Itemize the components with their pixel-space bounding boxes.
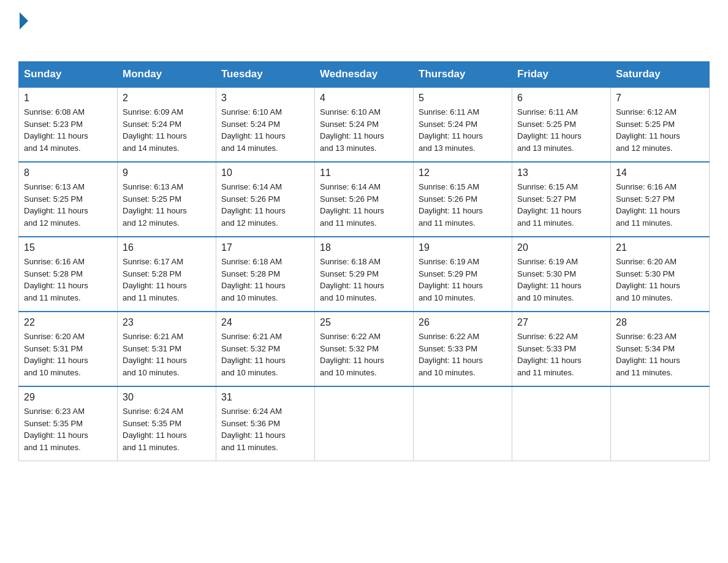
day-info: Sunrise: 6:18 AMSunset: 5:29 PMDaylight:… (320, 256, 408, 304)
day-info: Sunrise: 6:19 AMSunset: 5:29 PMDaylight:… (419, 256, 507, 304)
day-info: Sunrise: 6:12 AMSunset: 5:25 PMDaylight:… (616, 106, 704, 154)
day-cell-29: 29 Sunrise: 6:23 AMSunset: 5:35 PMDaylig… (19, 386, 118, 461)
day-cell-5: 5 Sunrise: 6:11 AMSunset: 5:24 PMDayligh… (414, 87, 512, 162)
day-info: Sunrise: 6:19 AMSunset: 5:30 PMDaylight:… (517, 256, 605, 304)
header-wednesday: Wednesday (315, 62, 414, 88)
day-info: Sunrise: 6:22 AMSunset: 5:32 PMDaylight:… (320, 331, 408, 378)
header-friday: Friday (512, 62, 611, 88)
day-number: 10 (221, 167, 309, 178)
day-number: 25 (320, 317, 408, 328)
day-number: 31 (221, 392, 309, 403)
day-cell-20: 20 Sunrise: 6:19 AMSunset: 5:30 PMDaylig… (512, 237, 611, 312)
day-info: Sunrise: 6:10 AMSunset: 5:24 PMDaylight:… (320, 106, 408, 154)
day-info: Sunrise: 6:24 AMSunset: 5:35 PMDaylight:… (123, 405, 211, 453)
day-info: Sunrise: 6:20 AMSunset: 5:31 PMDaylight:… (24, 331, 112, 378)
header-monday: Monday (118, 62, 216, 88)
day-info: Sunrise: 6:11 AMSunset: 5:25 PMDaylight:… (517, 106, 605, 154)
empty-cell (512, 386, 611, 461)
day-number: 4 (320, 93, 408, 104)
day-cell-22: 22 Sunrise: 6:20 AMSunset: 5:31 PMDaylig… (19, 312, 118, 386)
week-row-2: 8 Sunrise: 6:13 AMSunset: 5:25 PMDayligh… (19, 162, 710, 237)
day-info: Sunrise: 6:14 AMSunset: 5:26 PMDaylight:… (320, 181, 408, 229)
header-saturday: Saturday (611, 62, 710, 88)
day-info: Sunrise: 6:15 AMSunset: 5:26 PMDaylight:… (419, 181, 507, 229)
day-cell-13: 13 Sunrise: 6:15 AMSunset: 5:27 PMDaylig… (512, 162, 611, 237)
day-number: 24 (221, 317, 309, 328)
day-number: 5 (419, 93, 507, 104)
day-number: 14 (616, 167, 704, 178)
empty-cell (414, 386, 512, 461)
day-number: 29 (24, 392, 112, 403)
day-info: Sunrise: 6:08 AMSunset: 5:23 PMDaylight:… (24, 106, 112, 154)
empty-cell (315, 386, 414, 461)
day-cell-14: 14 Sunrise: 6:16 AMSunset: 5:27 PMDaylig… (611, 162, 710, 237)
day-number: 3 (221, 93, 309, 104)
day-cell-16: 16 Sunrise: 6:17 AMSunset: 5:28 PMDaylig… (118, 237, 216, 312)
calendar-table: SundayMondayTuesdayWednesdayThursdayFrid… (18, 61, 710, 461)
day-number: 1 (24, 93, 112, 104)
day-info: Sunrise: 6:16 AMSunset: 5:28 PMDaylight:… (24, 256, 112, 304)
day-cell-6: 6 Sunrise: 6:11 AMSunset: 5:25 PMDayligh… (512, 87, 611, 162)
day-number: 12 (419, 167, 507, 178)
day-cell-18: 18 Sunrise: 6:18 AMSunset: 5:29 PMDaylig… (315, 237, 414, 312)
logo-arrow-icon (20, 12, 28, 29)
header-tuesday: Tuesday (216, 62, 315, 88)
day-info: Sunrise: 6:13 AMSunset: 5:25 PMDaylight:… (24, 181, 112, 229)
day-number: 7 (616, 93, 704, 104)
day-info: Sunrise: 6:24 AMSunset: 5:36 PMDaylight:… (221, 405, 309, 453)
day-info: Sunrise: 6:15 AMSunset: 5:27 PMDaylight:… (517, 181, 605, 229)
day-number: 6 (517, 93, 605, 104)
week-row-4: 22 Sunrise: 6:20 AMSunset: 5:31 PMDaylig… (19, 312, 710, 386)
day-number: 16 (123, 242, 211, 253)
day-cell-11: 11 Sunrise: 6:14 AMSunset: 5:26 PMDaylig… (315, 162, 414, 237)
day-cell-7: 7 Sunrise: 6:12 AMSunset: 5:25 PMDayligh… (611, 87, 710, 162)
week-row-1: 1 Sunrise: 6:08 AMSunset: 5:23 PMDayligh… (19, 87, 710, 162)
day-number: 19 (419, 242, 507, 253)
day-number: 8 (24, 167, 112, 178)
header-sunday: Sunday (19, 62, 118, 88)
day-info: Sunrise: 6:20 AMSunset: 5:30 PMDaylight:… (616, 256, 704, 304)
day-number: 11 (320, 167, 408, 178)
day-number: 2 (123, 93, 211, 104)
day-cell-4: 4 Sunrise: 6:10 AMSunset: 5:24 PMDayligh… (315, 87, 414, 162)
page-header (18, 12, 710, 50)
day-info: Sunrise: 6:23 AMSunset: 5:34 PMDaylight:… (616, 331, 704, 378)
day-info: Sunrise: 6:10 AMSunset: 5:24 PMDaylight:… (221, 106, 309, 154)
day-number: 28 (616, 317, 704, 328)
day-info: Sunrise: 6:18 AMSunset: 5:28 PMDaylight:… (221, 256, 309, 304)
day-info: Sunrise: 6:22 AMSunset: 5:33 PMDaylight:… (419, 331, 507, 378)
day-cell-21: 21 Sunrise: 6:20 AMSunset: 5:30 PMDaylig… (611, 237, 710, 312)
day-number: 18 (320, 242, 408, 253)
day-info: Sunrise: 6:09 AMSunset: 5:24 PMDaylight:… (123, 106, 211, 154)
day-number: 13 (517, 167, 605, 178)
day-cell-2: 2 Sunrise: 6:09 AMSunset: 5:24 PMDayligh… (118, 87, 216, 162)
day-number: 17 (221, 242, 309, 253)
day-info: Sunrise: 6:16 AMSunset: 5:27 PMDaylight:… (616, 181, 704, 229)
day-cell-31: 31 Sunrise: 6:24 AMSunset: 5:36 PMDaylig… (216, 386, 315, 461)
day-info: Sunrise: 6:21 AMSunset: 5:31 PMDaylight:… (123, 331, 211, 378)
day-number: 21 (616, 242, 704, 253)
day-number: 27 (517, 317, 605, 328)
day-number: 30 (123, 392, 211, 403)
day-info: Sunrise: 6:22 AMSunset: 5:33 PMDaylight:… (517, 331, 605, 378)
day-number: 15 (24, 242, 112, 253)
day-info: Sunrise: 6:11 AMSunset: 5:24 PMDaylight:… (419, 106, 507, 154)
day-number: 23 (123, 317, 211, 328)
logo-text (18, 12, 28, 31)
day-cell-24: 24 Sunrise: 6:21 AMSunset: 5:32 PMDaylig… (216, 312, 315, 386)
day-cell-19: 19 Sunrise: 6:19 AMSunset: 5:29 PMDaylig… (414, 237, 512, 312)
day-cell-26: 26 Sunrise: 6:22 AMSunset: 5:33 PMDaylig… (414, 312, 512, 386)
week-row-3: 15 Sunrise: 6:16 AMSunset: 5:28 PMDaylig… (19, 237, 710, 312)
day-info: Sunrise: 6:14 AMSunset: 5:26 PMDaylight:… (221, 181, 309, 229)
day-cell-12: 12 Sunrise: 6:15 AMSunset: 5:26 PMDaylig… (414, 162, 512, 237)
day-cell-17: 17 Sunrise: 6:18 AMSunset: 5:28 PMDaylig… (216, 237, 315, 312)
header-thursday: Thursday (414, 62, 512, 88)
day-cell-25: 25 Sunrise: 6:22 AMSunset: 5:32 PMDaylig… (315, 312, 414, 386)
day-cell-8: 8 Sunrise: 6:13 AMSunset: 5:25 PMDayligh… (19, 162, 118, 237)
day-info: Sunrise: 6:23 AMSunset: 5:35 PMDaylight:… (24, 405, 112, 453)
day-info: Sunrise: 6:17 AMSunset: 5:28 PMDaylight:… (123, 256, 211, 304)
day-number: 26 (419, 317, 507, 328)
day-cell-10: 10 Sunrise: 6:14 AMSunset: 5:26 PMDaylig… (216, 162, 315, 237)
day-cell-23: 23 Sunrise: 6:21 AMSunset: 5:31 PMDaylig… (118, 312, 216, 386)
day-number: 22 (24, 317, 112, 328)
